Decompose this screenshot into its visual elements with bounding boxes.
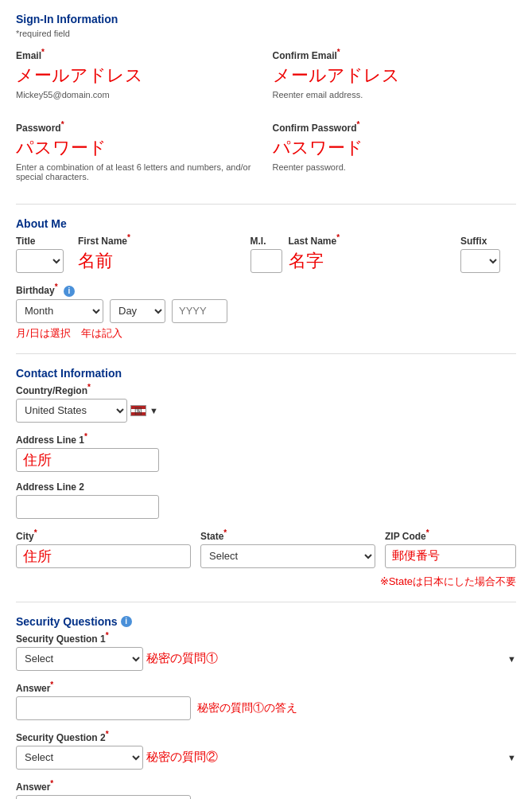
- answer1-label: Answer*: [16, 680, 516, 694]
- q1-japanese: 秘密の質問①: [146, 651, 218, 666]
- address1-field-group: Address Line 1* 住所: [16, 432, 516, 472]
- q2-select[interactable]: Select What is your mother's maiden name…: [16, 746, 143, 770]
- title-label: Title: [16, 236, 72, 247]
- q2-japanese: 秘密の質問②: [146, 750, 218, 765]
- confirm-email-placeholder-hint: Reenter email address.: [273, 90, 517, 99]
- security-info-icon[interactable]: i: [121, 616, 132, 627]
- about-me-title: About Me: [16, 217, 516, 230]
- email-field-group: Email* メールアドレス Mickey55@domain.com: [16, 48, 260, 99]
- email-label: Email*: [16, 48, 260, 61]
- contact-info-section: Contact Information Country/Region* Unit…: [16, 367, 516, 589]
- address1-label: Address Line 1*: [16, 432, 516, 446]
- password-hint: Enter a combination of at least 6 letter…: [16, 162, 260, 181]
- signin-section: Sign-In Information *required field Emai…: [16, 13, 516, 191]
- mi-input[interactable]: [250, 249, 282, 273]
- answer1-input[interactable]: [16, 696, 191, 720]
- city-field-group: City* 住所: [16, 528, 191, 568]
- title-field-group: Title Mr. Mrs. Ms. Dr.: [16, 236, 72, 273]
- title-select[interactable]: Mr. Mrs. Ms. Dr.: [16, 249, 64, 273]
- password-field-group: Password* パスワード Enter a combination of a…: [16, 120, 260, 181]
- confirm-email-field-group: Confirm Email* メールアドレス Reenter email add…: [273, 48, 517, 99]
- country-select[interactable]: United States Japan Canada United Kingdo…: [16, 399, 127, 423]
- city-japanese: 住所: [16, 544, 191, 568]
- answer1-field-group: Answer* 秘密の質問①の答え: [16, 680, 516, 720]
- q2-label: Security Question 2*: [16, 730, 516, 743]
- divider-1: [16, 204, 516, 205]
- state-select[interactable]: SelectAlabamaAlaskaArizonaArkansasCalifo…: [200, 544, 375, 568]
- address1-japanese: 住所: [16, 448, 159, 472]
- birthday-annotation: 月/日は選択 年は記入: [16, 326, 516, 341]
- country-dropdown-arrow[interactable]: ▼: [150, 406, 158, 415]
- state-field-group: State* SelectAlabamaAlaskaArizonaArkansa…: [200, 528, 375, 568]
- answer1-japanese: 秘密の質問①の答え: [197, 701, 297, 715]
- lastname-field-group: Last Name* 名字: [289, 233, 455, 273]
- security-title: Security Questions: [16, 615, 118, 628]
- answer2-field-group: Answer* 秘密の質問②の答え: [16, 779, 516, 799]
- confirm-password-field-group: Confirm Password* パスワード Reenter password…: [273, 120, 517, 181]
- zip-field-group: ZIP Code* 郵便番号: [385, 528, 516, 568]
- divider-3: [16, 602, 516, 602]
- confirm-password-placeholder-hint: Reenter password.: [273, 162, 517, 172]
- birthday-year-input[interactable]: [172, 299, 227, 323]
- required-note: *required field: [16, 29, 516, 38]
- confirm-email-japanese-label: メールアドレス: [273, 64, 517, 88]
- zip-japanese: 郵便番号: [385, 544, 516, 568]
- birthday-day-select[interactable]: Day1234567891011121314151617181920212223…: [110, 299, 165, 323]
- firstname-field-group: First Name* 名前: [78, 233, 244, 273]
- country-field-group: Country/Region* United States Japan Cana…: [16, 383, 516, 423]
- birthday-label: Birthday* i: [16, 283, 516, 297]
- birthday-month-select[interactable]: MonthJanuaryFebruaryMarchAprilMayJuneJul…: [16, 299, 103, 323]
- about-me-section: About Me Title Mr. Mrs. Ms. Dr. First Na…: [16, 217, 516, 341]
- contact-info-title: Contact Information: [16, 367, 516, 380]
- mi-field-group: M.I.: [250, 236, 282, 273]
- confirm-password-label: Confirm Password*: [273, 120, 517, 134]
- suffix-select[interactable]: Jr. Sr. II III: [460, 249, 500, 273]
- address2-label: Address Line 2: [16, 481, 516, 493]
- confirm-password-japanese-label: パスワード: [273, 136, 517, 160]
- q1-field-group: Security Question 1* Select What is your…: [16, 631, 516, 671]
- answer2-label: Answer*: [16, 779, 516, 793]
- q1-label: Security Question 1*: [16, 631, 516, 645]
- suffix-label: Suffix: [460, 236, 516, 247]
- email-placeholder-hint: Mickey55@domain.com: [16, 90, 260, 99]
- country-label: Country/Region*: [16, 383, 516, 396]
- q1-dropdown-indicator: ▼: [507, 654, 516, 664]
- address2-input[interactable]: [16, 495, 159, 519]
- birthday-field-group: Birthday* i MonthJanuaryFebruaryMarchApr…: [16, 283, 516, 341]
- suffix-field-group: Suffix Jr. Sr. II III: [460, 236, 516, 273]
- answer2-input[interactable]: [16, 795, 191, 799]
- lastname-japanese: 名字: [289, 249, 455, 273]
- state-label: State*: [200, 528, 375, 542]
- firstname-japanese: 名前: [78, 249, 244, 273]
- security-questions-section: Security Questions i Security Question 1…: [16, 615, 516, 799]
- q2-field-group: Security Question 2* Select What is your…: [16, 730, 516, 770]
- q2-dropdown-indicator: ▼: [507, 753, 516, 762]
- mi-label: M.I.: [250, 236, 282, 247]
- state-note: ※Stateは日本にした場合不要: [16, 575, 516, 589]
- divider-2: [16, 353, 516, 354]
- birthday-info-icon[interactable]: i: [64, 286, 75, 297]
- security-title-row: Security Questions i: [16, 615, 516, 628]
- password-japanese-label: パスワード: [16, 136, 260, 160]
- lastname-label: Last Name*: [289, 233, 455, 247]
- zip-label: ZIP Code*: [385, 528, 516, 542]
- confirm-email-label: Confirm Email*: [273, 48, 517, 61]
- country-flag-icon: 国: [130, 405, 146, 416]
- city-label: City*: [16, 528, 191, 542]
- city-state-zip-row: City* 住所 State* SelectAlabamaAlaskaArizo…: [16, 528, 516, 568]
- firstname-label: First Name*: [78, 233, 244, 247]
- password-label: Password*: [16, 120, 260, 134]
- email-japanese-label: メールアドレス: [16, 64, 260, 88]
- q1-select[interactable]: Select What is your mother's maiden name…: [16, 647, 143, 671]
- address2-field-group: Address Line 2: [16, 481, 516, 519]
- signin-title: Sign-In Information: [16, 13, 516, 25]
